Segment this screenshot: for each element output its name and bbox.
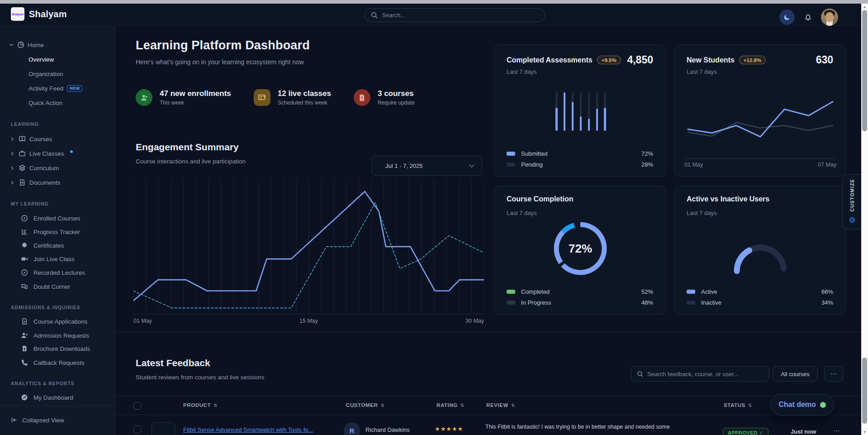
- assessments-bar-chart: [555, 92, 606, 131]
- sidebar-item-join-live-class[interactable]: Join Live Class: [0, 253, 115, 265]
- main-content: Learning Platform Dashboard Here's what'…: [115, 26, 861, 435]
- section-divider: [115, 332, 861, 332]
- sidebar-item-doubt-corner[interactable]: Doubt Corner: [0, 281, 115, 292]
- sidebar-item-label: My Dashboard: [33, 394, 73, 401]
- scrollbar-thumb[interactable]: [862, 10, 867, 131]
- sidebar-nav: Home Overview Organization Activity Feed…: [0, 26, 115, 435]
- sidebar-section-my-learning: MY LEARNING: [11, 201, 48, 206]
- sidebar-item-documents[interactable]: Documents: [0, 177, 115, 188]
- page-scrollbar[interactable]: ▲ ▼: [861, 4, 868, 435]
- sidebar-item-certificates[interactable]: Certificates: [0, 239, 115, 251]
- feedback-search[interactable]: [631, 366, 769, 382]
- column-product[interactable]: PRODUCT ⇅: [183, 402, 218, 408]
- active-users-gauge-chart: [722, 231, 799, 277]
- sidebar-item-home[interactable]: Home: [0, 39, 115, 51]
- stat-caption: Require update: [378, 100, 415, 106]
- engagement-subtitle: Course interactions and live participati…: [136, 158, 246, 165]
- course-filter-button[interactable]: All courses: [773, 366, 818, 382]
- chat-demo-button[interactable]: Chat demo: [770, 394, 834, 416]
- card-value: 630: [816, 54, 833, 66]
- user-avatar[interactable]: [821, 9, 838, 26]
- legend-row: In Progress 48%: [507, 299, 653, 306]
- bar-track: [564, 92, 566, 131]
- legend-value: 34%: [821, 299, 833, 306]
- row-timestamp: Just now: [791, 428, 816, 435]
- brand[interactable]: Shalyam Shalyam: [11, 7, 67, 21]
- sidebar-item-enrolled-courses[interactable]: Enrolled Courses: [0, 212, 115, 224]
- bar-fill: [555, 108, 558, 131]
- sort-icon: ⇅: [380, 403, 384, 408]
- product-link[interactable]: Fitbit Sense Advanced Smartwatch with To…: [183, 426, 313, 433]
- gauge-icon: [20, 394, 28, 402]
- bar-track: [555, 92, 558, 131]
- trend-badge: +9.5%: [597, 56, 621, 64]
- column-rating[interactable]: RATING ⇅: [436, 402, 465, 408]
- column-status[interactable]: STATUS ⇅: [724, 402, 752, 408]
- legend-swatch-in-progress: [507, 301, 515, 305]
- quick-stats: 47 new enrollments This week 12 live cla…: [136, 89, 415, 106]
- collapse-sidebar-button[interactable]: Collapsed View: [0, 414, 115, 426]
- customize-tab[interactable]: CUSTOMIZE ⚙: [842, 174, 862, 229]
- sidebar-item-label: Curriculum: [29, 165, 59, 172]
- row-checkbox[interactable]: [133, 425, 141, 433]
- sidebar-item-curriculum[interactable]: Curriculum: [0, 162, 115, 174]
- chat-demo-label: Chat demo: [778, 401, 816, 409]
- page-title: Learning Platform Dashboard: [136, 38, 310, 53]
- sidebar-item-courses[interactable]: Courses: [0, 133, 115, 145]
- sidebar-item-callback-requests[interactable]: Callback Requests: [0, 357, 115, 368]
- notifications-button[interactable]: [802, 10, 814, 24]
- sidebar-item-label: Callback Requests: [33, 359, 85, 366]
- legend-row: Completed 52%: [507, 288, 653, 295]
- bar-track: [604, 92, 606, 131]
- play-circle-icon: [20, 269, 28, 277]
- sidebar-item-course-applications[interactable]: Course Applications: [0, 315, 115, 327]
- sidebar-item-recorded-lectures[interactable]: Recorded Lectures: [0, 267, 115, 278]
- sidebar-item-label: Home: [28, 42, 44, 48]
- sidebar-item-admission-requests[interactable]: Admission Requests: [0, 330, 115, 341]
- customize-label: CUSTOMIZE: [849, 179, 855, 211]
- sidebar-item-overview[interactable]: Overview: [0, 53, 115, 65]
- global-search[interactable]: [364, 8, 545, 22]
- date-range-value: Jul 1 - 7, 2025: [385, 163, 470, 169]
- sidebar-item-progress-tracker[interactable]: Progress Tracker: [0, 226, 115, 238]
- select-all-checkbox[interactable]: [133, 402, 141, 410]
- feedback-search-input[interactable]: [647, 371, 764, 378]
- search-input[interactable]: [382, 12, 538, 19]
- caret-right-icon: [10, 137, 14, 141]
- legend-swatch-submitted: [507, 152, 515, 156]
- avatar-initial: R: [350, 427, 355, 435]
- theme-toggle-button[interactable]: [779, 10, 795, 25]
- check-icon: ✓: [759, 430, 764, 435]
- scrollbar-thumb-secondary[interactable]: [862, 358, 867, 424]
- sidebar-divider: [0, 406, 115, 406]
- date-range-select[interactable]: Jul 1 - 7, 2025: [371, 156, 482, 176]
- sidebar-item-my-dashboard[interactable]: My Dashboard: [0, 392, 115, 403]
- sidebar-item-label: Overview: [28, 56, 54, 63]
- column-label: RATING: [436, 402, 458, 408]
- bar-fill: [596, 109, 598, 131]
- more-options-button[interactable]: ⋯: [824, 366, 843, 382]
- app-header: Shalyam Shalyam: [0, 4, 861, 26]
- card-value: 4,850: [627, 54, 653, 66]
- sidebar-item-label: Courses: [29, 136, 52, 143]
- chat-bubbles-icon: [20, 283, 28, 291]
- sidebar-item-quick-action[interactable]: Quick Action: [0, 97, 115, 109]
- file-alert-icon: [354, 89, 370, 106]
- scroll-down-arrow[interactable]: ▼: [861, 429, 868, 435]
- sidebar-item-label: Join Live Class: [33, 256, 75, 263]
- stat-caption: This week: [160, 100, 231, 106]
- sidebar-item-label: Certificates: [33, 242, 64, 249]
- legend-row: Submitted 72%: [507, 150, 653, 157]
- ellipsis-icon: ⋯: [830, 370, 837, 378]
- column-customer[interactable]: CUSTOMER ⇅: [346, 402, 384, 408]
- scroll-up-arrow[interactable]: ▲: [861, 4, 868, 10]
- sidebar-item-label: Quick Action: [28, 100, 62, 106]
- sort-icon: ⇅: [511, 403, 515, 408]
- column-review[interactable]: REVIEW ⇅: [486, 402, 515, 408]
- sidebar-item-activity-feed[interactable]: Activity Feed NEW: [0, 82, 115, 94]
- sidebar-item-brochure-downloads[interactable]: Brochure Downloads: [0, 343, 115, 354]
- sidebar-item-organization[interactable]: Organization: [0, 68, 115, 80]
- sidebar-item-live-classes[interactable]: Live Classes: [0, 148, 115, 159]
- user-plus-icon: [136, 89, 152, 106]
- row-menu-button[interactable]: ⋯: [834, 427, 840, 434]
